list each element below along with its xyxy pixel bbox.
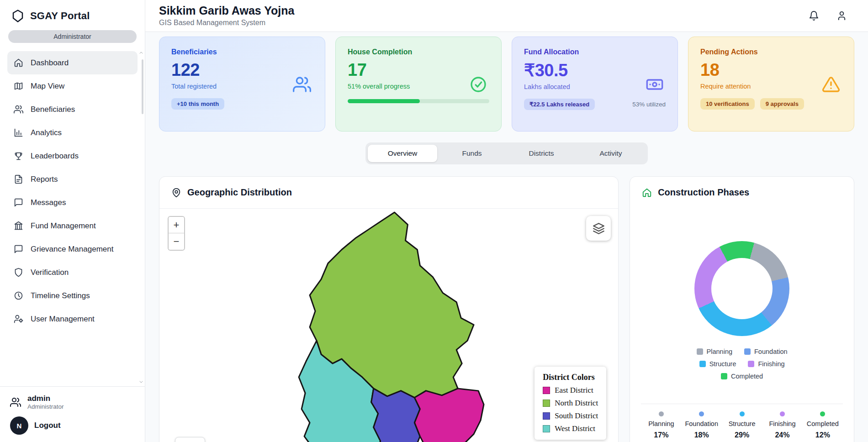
legend-swatch bbox=[543, 400, 550, 407]
sidebar-scrollbar-thumb[interactable] bbox=[142, 59, 143, 114]
district-region-east[interactable] bbox=[414, 389, 484, 442]
scroll-up-icon[interactable] bbox=[138, 50, 144, 56]
construction-phases-donut bbox=[694, 241, 789, 336]
phase-dot bbox=[820, 411, 825, 416]
stat-caption: Total registered bbox=[171, 83, 313, 90]
phase-stat-label: Structure bbox=[729, 420, 756, 427]
phase-dot bbox=[659, 411, 664, 416]
phase-legend-item-structure: Structure bbox=[699, 360, 736, 368]
page-subtitle: GIS Based Management System bbox=[159, 19, 294, 27]
zoom-in-button[interactable]: + bbox=[169, 217, 184, 233]
sidebar-item-dashboard[interactable]: Dashboard bbox=[7, 51, 138, 74]
sidebar-item-label: Beneficiaries bbox=[31, 105, 75, 114]
user-avatar-icon bbox=[10, 397, 21, 408]
sidebar-item-label: Grievance Management bbox=[31, 245, 113, 254]
stat-title: Fund Allocation bbox=[524, 48, 666, 56]
page-title: Sikkim Garib Awas Yojna bbox=[159, 5, 294, 17]
user-role: Administrator bbox=[27, 403, 64, 410]
sidebar-item-grievance-management[interactable]: Grievance Management bbox=[7, 237, 138, 261]
app-logo-icon bbox=[11, 9, 25, 23]
trophy-icon bbox=[14, 151, 23, 161]
legend-label: East District bbox=[555, 386, 593, 395]
alert-triangle-icon bbox=[822, 75, 840, 94]
legend-label: North District bbox=[555, 399, 598, 408]
phase-stat-value: 18% bbox=[694, 431, 709, 439]
legend-label: West District bbox=[555, 424, 595, 433]
phase-legend-item-finishing: Finishing bbox=[748, 360, 784, 368]
district-legend-item-north: North District bbox=[543, 399, 598, 408]
logout-label: Logout bbox=[34, 421, 61, 430]
map-panel-title: Geographic Distribution bbox=[187, 187, 292, 198]
stat-badge: +10 this month bbox=[171, 98, 224, 110]
users-icon bbox=[293, 75, 311, 94]
tabs-wrap: OverviewFundsDistrictsActivity bbox=[159, 142, 854, 164]
main-column: Sikkim Garib Awas Yojna GIS Based Manage… bbox=[145, 0, 868, 442]
sidebar-item-leaderboards[interactable]: Leaderboards bbox=[7, 144, 138, 168]
sidebar-item-beneficiaries[interactable]: Beneficiaries bbox=[7, 98, 138, 121]
sidebar-item-analytics[interactable]: Analytics bbox=[7, 121, 138, 144]
chart-panel-title: Construction Phases bbox=[658, 187, 749, 198]
tab-funds[interactable]: Funds bbox=[437, 145, 507, 162]
phase-swatch bbox=[748, 361, 754, 367]
progress-bar bbox=[348, 99, 489, 103]
sidebar-item-timeline-settings[interactable]: Timeline Settings bbox=[7, 284, 138, 307]
phase-stat-label: Foundation bbox=[685, 420, 718, 427]
phase-legend-label: Foundation bbox=[754, 348, 788, 355]
phase-stat-label: Planning bbox=[648, 420, 674, 427]
sidebar-item-label: Timeline Settings bbox=[31, 291, 90, 300]
legend-label: South District bbox=[555, 411, 598, 421]
sidebar-item-fund-management[interactable]: Fund Management bbox=[7, 214, 138, 237]
chat-icon bbox=[14, 244, 23, 254]
current-user: admin Administrator bbox=[10, 394, 135, 410]
profile-user-icon[interactable] bbox=[836, 10, 848, 22]
sidebar-item-map-view[interactable]: Map View bbox=[7, 74, 138, 98]
stat-card-pending-actions: Pending Actions18Require attention10 ver… bbox=[688, 37, 854, 132]
stat-title: House Completion bbox=[348, 48, 489, 56]
tab-districts[interactable]: Districts bbox=[507, 145, 576, 162]
phase-swatch bbox=[699, 361, 706, 367]
map-canvas[interactable]: + − District Colors East DistrictNorth D… bbox=[159, 209, 618, 442]
tab-overview[interactable]: Overview bbox=[368, 145, 437, 162]
district-colors-legend: District Colors East DistrictNorth Distr… bbox=[535, 367, 606, 440]
phase-stat-value: 24% bbox=[775, 431, 789, 439]
district-legend-item-west: West District bbox=[543, 424, 598, 433]
notifications-bell-icon[interactable] bbox=[808, 10, 820, 22]
role-badge: Administrator bbox=[8, 30, 137, 43]
tab-activity[interactable]: Activity bbox=[576, 145, 646, 162]
main-content: Beneficiaries122Total registered+10 this… bbox=[145, 32, 868, 442]
phase-legend-item-planning: Planning bbox=[697, 348, 732, 355]
sidebar-item-messages[interactable]: Messages bbox=[7, 191, 138, 214]
phase-stat-value: 29% bbox=[735, 431, 749, 439]
phase-swatch bbox=[697, 348, 703, 355]
map-layers-button[interactable] bbox=[586, 216, 611, 241]
zoom-out-button[interactable]: − bbox=[169, 233, 184, 250]
sidebar-header: SGAY Portal bbox=[0, 0, 145, 29]
top-header: Sikkim Garib Awas Yojna GIS Based Manage… bbox=[145, 0, 868, 32]
sidebar-item-reports[interactable]: Reports bbox=[7, 168, 138, 191]
phase-stat-planning: Planning17% bbox=[641, 411, 681, 439]
phase-swatch bbox=[744, 348, 751, 355]
sidebar-item-verification[interactable]: Verification bbox=[7, 261, 138, 284]
stat-card-house-completion: House Completion1751% overall progress bbox=[335, 37, 502, 132]
district-region-south[interactable] bbox=[371, 389, 420, 442]
document-icon bbox=[14, 174, 23, 184]
construction-phases-panel: Construction Phases PlanningFoundationSt… bbox=[630, 176, 854, 442]
legend-swatch bbox=[543, 412, 550, 420]
sidebar-item-user-management[interactable]: User Management bbox=[7, 307, 138, 331]
legend-title: District Colors bbox=[543, 373, 598, 382]
bar-chart-icon bbox=[14, 128, 23, 137]
stat-badge: ₹22.5 Lakhs released bbox=[524, 99, 595, 110]
map-zoom-control: + − bbox=[168, 216, 185, 251]
sidebar-item-label: Fund Management bbox=[31, 221, 96, 231]
stat-footer: 10 verifications9 approvals bbox=[700, 98, 842, 110]
phase-legend-label: Planning bbox=[707, 348, 732, 355]
sidebar-item-label: Reports bbox=[31, 175, 58, 184]
district-legend-item-south: South District bbox=[543, 411, 598, 421]
stat-cards-row: Beneficiaries122Total registered+10 this… bbox=[159, 37, 854, 132]
sidebar-item-label: Dashboard bbox=[31, 58, 69, 68]
stat-card-beneficiaries: Beneficiaries122Total registered+10 this… bbox=[159, 37, 325, 132]
map-pin-icon bbox=[171, 188, 181, 198]
scroll-down-icon[interactable] bbox=[138, 379, 144, 384]
stat-badge: 10 verifications bbox=[700, 98, 755, 110]
logout-button[interactable]: N Logout bbox=[10, 416, 135, 435]
